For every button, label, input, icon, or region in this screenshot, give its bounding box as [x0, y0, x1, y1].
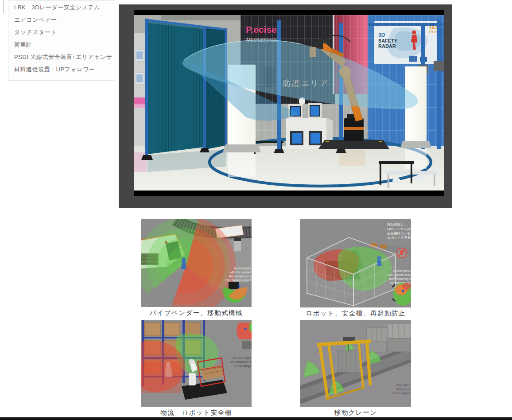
usecase-logistics: The LBK Syste the presence of in the dan… — [141, 320, 252, 417]
protection-area-label: 防護エリア — [283, 79, 329, 88]
product-page: LBK 3Dレーダー安全システム エアコンベアー タッチスタート 荷重計 PSD… — [0, 0, 512, 420]
annotation-line: LBK System keep — [387, 273, 411, 277]
containers — [366, 323, 411, 353]
sidebar-item-psdi-sensor[interactable]: PSDI 光線式安全装置+エリアセンサ — [8, 51, 115, 63]
operator-figure — [377, 256, 381, 260]
annotation-line: 安全柵内にいる場合 — [387, 231, 411, 235]
sidebar-item-up-follower[interactable]: 材料追従装置：UPフォロワー — [8, 63, 115, 76]
usecase-caption: 物流 ロボット安全柵 — [141, 408, 252, 417]
annotation-line: in the dange — [235, 364, 252, 368]
sidebar-item-load-cell[interactable]: 荷重計 — [8, 39, 115, 51]
usecase-robot-cage: 再起動防止： LBKシステムは作業 安全柵内にいる場合 ロボットを再起動さ Re… — [300, 219, 411, 318]
annotation-line: 再起動防止： — [387, 222, 407, 226]
left-divider — [3, 0, 4, 13]
sidebar-item-lbk-3d-radar[interactable]: LBK 3Dレーダー安全システム — [8, 1, 115, 14]
annotation-line: The LBK s — [396, 384, 410, 387]
annotation-line: LBKシステムは作業 — [387, 227, 411, 231]
video-player[interactable]: P.ecise Mechatronics 3D SAFETY RADAR SIL… — [119, 4, 452, 208]
annotation-line: ロボットを再起動さ — [387, 236, 411, 240]
usecase-mobile-crane-image: The LBK s detects ob in the danger — [300, 320, 411, 407]
demo-booth-video-still: P.ecise Mechatronics 3D SAFETY RADAR SIL… — [134, 15, 444, 191]
annotation-line: LBK System stops t — [225, 279, 251, 282]
annotation-line: The LBK Syste — [231, 356, 252, 360]
operator-figure — [182, 258, 186, 262]
video-frame: P.ecise Mechatronics 3D SAFETY RADAR SIL… — [134, 10, 444, 196]
product-menu: LBK 3Dレーダー安全システム エアコンベアー タッチスタート 荷重計 PSD… — [8, 0, 115, 81]
usecase-pipe-bender-image: Access prote with the operato the danger… — [141, 219, 252, 307]
annotation-line: with the operato — [229, 271, 252, 274]
usecase-logistics-image: The LBK Syste the presence of in the dan… — [141, 320, 252, 407]
annotation-line: Access prote — [234, 267, 252, 270]
annotation-line: the presence of — [230, 360, 251, 364]
annotation-line: in the danger — [392, 392, 410, 395]
annotation-line: from restarting a — [389, 277, 411, 281]
usecase-robot-cage-image: 再起動防止： LBKシステムは作業 安全柵内にいる場合 ロボットを再起動さ Re… — [300, 219, 411, 307]
sidebar-item-air-conveyor[interactable]: エアコンベアー — [8, 14, 115, 26]
usecase-mobile-crane: The LBK s detects ob in the danger 移動クレー… — [300, 320, 411, 417]
annotation-line: the dangerous a — [229, 275, 251, 278]
usecase-caption: 移動クレーン — [300, 408, 411, 417]
annotation-line: Restart preve — [393, 269, 411, 273]
usecase-caption: ロボット、安全柵、再起動防止 — [300, 309, 411, 318]
page-bottom-bar — [0, 417, 512, 420]
usecase-caption: パイプベンダー、移動式機械 — [141, 309, 252, 317]
sidebar-item-touch-start[interactable]: タッチスタート — [8, 26, 115, 39]
no-restart-icon — [397, 248, 407, 258]
annotation-line: detects ob — [396, 388, 411, 391]
usecase-pipe-bender: Access prote with the operato the danger… — [141, 219, 252, 317]
